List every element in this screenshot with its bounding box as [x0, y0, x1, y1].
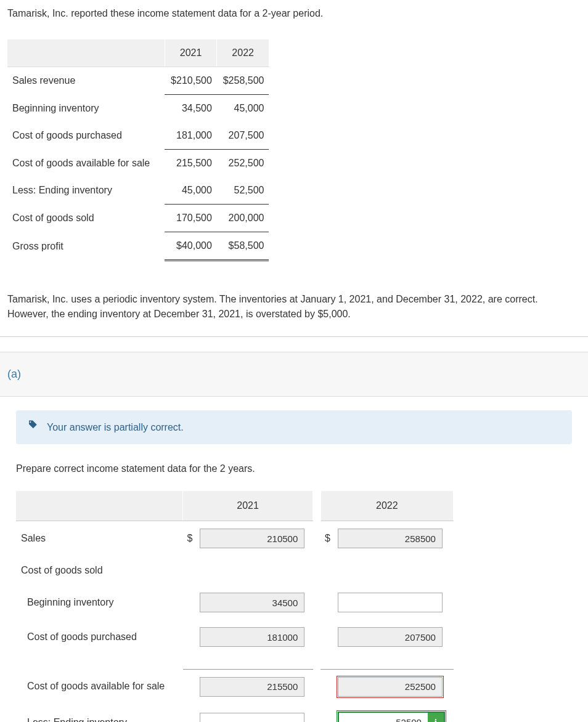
feedback-banner: Your answer is partially correct.	[16, 410, 572, 444]
row-label-cogs-heading: Cost of goods sold	[16, 556, 183, 585]
answer-table: 2021 2022 Sales $ $ Cost of goods sold B…	[16, 491, 454, 722]
col-header-2021: 2021	[183, 491, 313, 521]
cogafs-2022-input[interactable]	[338, 677, 443, 697]
row-label: Sales revenue	[7, 67, 165, 95]
part-label: (a)	[0, 352, 588, 397]
info-icon[interactable]: i	[428, 713, 444, 723]
intro-text: Tamarisk, Inc. reported these income sta…	[0, 0, 588, 27]
col-header-2021: 2021	[165, 39, 217, 67]
beginv-2022-input[interactable]	[338, 593, 443, 612]
tag-icon	[27, 419, 38, 436]
row-label: Gross profit	[7, 232, 165, 261]
col-header-2022: 2022	[321, 491, 453, 521]
sales-2021-input[interactable]	[200, 529, 304, 548]
row-label: Cost of goods available for sale	[7, 150, 165, 177]
instruction-text: Prepare correct income statement data fo…	[16, 461, 572, 476]
sales-2022-input[interactable]	[338, 529, 443, 548]
endinv-2022-info-wrap: i	[338, 712, 445, 723]
problem-text: Tamarisk, Inc. uses a periodic inventory…	[0, 286, 588, 336]
feedback-text: Your answer is partially correct.	[47, 420, 184, 435]
row-label: Cost of goods sold	[7, 205, 165, 232]
endinv-2022-input[interactable]	[339, 713, 428, 723]
income-statement-table: 2021 2022 Sales revenue $210,500 $258,50…	[7, 39, 269, 261]
row-label-cogp: Cost of goods purchased	[16, 620, 183, 654]
cogp-2022-input[interactable]	[338, 627, 443, 647]
row-label: Cost of goods purchased	[7, 122, 165, 150]
row-label-beginv: Beginning inventory	[16, 585, 183, 620]
beginv-2021-input[interactable]	[200, 593, 304, 612]
row-label-endinv: Less: Ending inventory	[16, 704, 183, 723]
row-label: Beginning inventory	[7, 95, 165, 123]
cogp-2021-input[interactable]	[200, 627, 304, 647]
cogafs-2021-input[interactable]	[200, 677, 304, 697]
row-label-sales: Sales	[16, 521, 183, 556]
col-header-2022: 2022	[217, 39, 269, 67]
row-label: Less: Ending inventory	[7, 177, 165, 205]
endinv-2021-input[interactable]	[200, 713, 304, 723]
row-label-cogafs: Cost of goods available for sale	[16, 669, 183, 704]
